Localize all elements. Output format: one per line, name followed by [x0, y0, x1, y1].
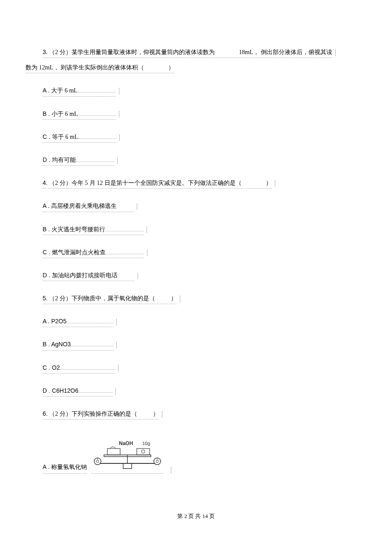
option-text: 加油站内拨打或接听电话 — [52, 272, 118, 279]
paren-close: ） — [171, 295, 177, 302]
svg-rect-1 — [123, 463, 132, 469]
option-6a: A . 称量氢氧化钠 NaOH 10g — [43, 440, 366, 474]
option-3c: C . 等于 6 mL — [43, 132, 366, 143]
q4-part2: 日是第十一个全国防灾减灾是。下列做法正确的是（ — [104, 180, 242, 186]
option-text: B . AgNO3 — [43, 341, 71, 348]
line2-prefix: 数为 — [26, 64, 37, 71]
question-4-stem: 4. （2 分）今年 5 月 12 日是第十一个全国防灾减灾是。下列做法正确的是… — [43, 178, 366, 189]
paren-close: ） — [266, 180, 272, 186]
question-number: 4. — [43, 179, 48, 186]
page-footer: 第 2 页 共 14 页 — [0, 511, 392, 521]
question-points: （2 分） — [49, 49, 72, 55]
option-4d: D . 加油站内拨打或接听电话 — [43, 270, 366, 281]
svg-point-11 — [156, 460, 159, 463]
option-5a: A . P2O5 — [43, 316, 366, 327]
option-text: C . O2 — [43, 364, 60, 371]
option-5c: C . O2 — [43, 362, 366, 374]
option-text: 小于 6 mL — [52, 111, 78, 117]
question-3-line2: 数为 12mL， 则该学生实际倒出的液体体积（ ） — [26, 62, 366, 73]
question-5: 5. （2 分）下列物质中，属于氧化物的是（ ） A . P2O5 B . Ag… — [26, 293, 366, 397]
q5-text: 下列物质中，属于氧化物的是（ — [72, 295, 155, 302]
option-text: D . C6H12O6 — [43, 387, 78, 394]
question-3-line1: 3. （2 分）某学生用量筒量取液体时，仰视其量筒内的液体读数为 18mL， 倒… — [43, 47, 366, 58]
line2-rest: 则该学生实际倒出的液体体积（ — [61, 64, 144, 71]
option-3a: A . 大于 6 mL — [43, 85, 366, 96]
question-6-stem: 6. （2 分）下列实验操作正确的是（ ） — [43, 408, 366, 420]
option-text: 称量氢氧化钠 — [51, 464, 87, 470]
option-text: 等于 6 mL — [52, 134, 78, 140]
option-4b: B . 火灾逃生时弯腰前行 — [43, 224, 366, 235]
question-3-stem: 3. （2 分）某学生用量筒量取液体时，仰视其量筒内的液体读数为 18mL， 倒… — [26, 47, 366, 73]
option-5d: D . C6H12O6 — [43, 385, 366, 397]
question-4: 4. （2 分）今年 5 月 12 日是第十一个全国防灾减灾是。下列做法正确的是… — [26, 178, 366, 281]
option-3b: B . 小于 6 mL — [43, 109, 366, 120]
weight-label: 10g — [142, 441, 150, 446]
paren-close: ） — [153, 411, 159, 417]
paren-close: ） — [168, 64, 174, 71]
question-value2: 12mL， — [39, 64, 59, 71]
question-5-stem: 5. （2 分）下列物质中，属于氧化物的是（ ） — [43, 293, 366, 304]
svg-rect-4 — [107, 449, 120, 455]
balance-scale-image: NaOH 10g — [91, 440, 164, 474]
svg-rect-5 — [137, 449, 150, 455]
question-number: 5. — [43, 295, 48, 302]
q6-text: 下列实验操作正确的是（ — [72, 411, 137, 417]
option-text: A . P2O5 — [43, 318, 66, 325]
option-5b: B . AgNO3 — [43, 339, 366, 350]
option-3d: D . 均有可能 — [43, 155, 366, 166]
q4-part1: 今年 — [72, 180, 84, 186]
svg-point-8 — [96, 460, 99, 463]
naoh-label: NaOH — [119, 440, 133, 446]
question-number: 3. — [43, 49, 48, 55]
question-6: 6. （2 分）下列实验操作正确的是（ ） A . 称量氢氧化钠 NaOH 10… — [26, 408, 366, 474]
question-number: 6. — [43, 410, 48, 417]
question-text-part1: 某学生用量筒量取液体时，仰视其量筒内的液体读数为 — [72, 49, 215, 55]
svg-point-6 — [141, 450, 145, 453]
option-4c: C . 燃气泄漏时点火检查 — [43, 247, 366, 258]
q4-date: 5 月 12 — [85, 180, 103, 186]
option-text: 燃气泄漏时点火检查 — [52, 249, 106, 256]
option-text: 均有可能 — [52, 157, 76, 163]
option-text: 大于 6 mL — [51, 87, 77, 94]
question-value1: 18mL， — [239, 49, 259, 55]
question-points: （2 分） — [49, 295, 72, 302]
question-points: （2 分） — [49, 180, 72, 186]
option-text: 火灾逃生时弯腰前行 — [52, 226, 105, 233]
question-points: （2 分） — [49, 411, 72, 417]
option-text: 高层楼房着火乘电梯逃生 — [51, 203, 117, 209]
question-3: 3. （2 分）某学生用量筒量取液体时，仰视其量筒内的液体读数为 18mL， 倒… — [26, 47, 366, 166]
question-text-part2: 倒出部分液体后，俯视其读 — [261, 49, 332, 55]
page-number: 第 2 页 共 14 页 — [177, 513, 215, 519]
option-4a: A . 高层楼房着火乘电梯逃生 — [43, 201, 366, 212]
